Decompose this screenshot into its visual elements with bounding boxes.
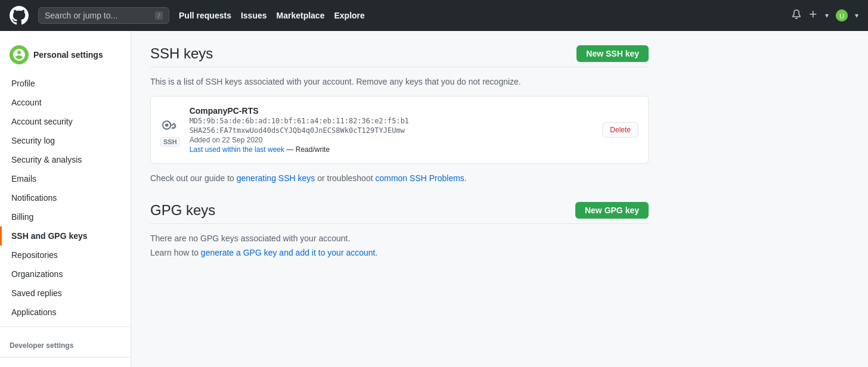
sidebar-item-repositories[interactable]: Repositories [0, 245, 131, 265]
svg-text:U: U [839, 13, 844, 20]
key-icon [160, 113, 179, 136]
gpg-keys-title: GPG keys [150, 202, 215, 219]
sidebar-avatar [10, 45, 29, 64]
sidebar-item-ssh-gpg-keys[interactable]: SSH and GPG keys [0, 226, 131, 245]
ssh-help-suffix: . [464, 173, 467, 183]
new-gpg-key-button[interactable]: New GPG key [575, 202, 649, 219]
sidebar-item-account-security[interactable]: Account security [0, 112, 131, 131]
sidebar-item-security-analysis[interactable]: Security & analysis [0, 150, 131, 169]
gpg-learn-prefix: Learn how to [150, 248, 201, 257]
topnav-right: ▾ U ▾ [792, 10, 858, 22]
ssh-help-middle: or troubleshoot [315, 173, 375, 183]
ssh-keys-title: SSH keys [150, 45, 213, 62]
key-last-used-suffix: — Read/write [284, 145, 330, 154]
slash-shortcut: / [155, 11, 163, 20]
sidebar-item-billing[interactable]: Billing [0, 207, 131, 226]
gpg-learn-link[interactable]: generate a GPG key and add it to your ac… [201, 248, 376, 257]
ssh-key-card: SSH CompanyPC-RTS MD5:9b:5a:de:6b:ad:10:… [150, 96, 649, 164]
developer-settings-header: Developer settings [0, 332, 131, 352]
key-last-used: Last used within the last week — Read/wr… [190, 145, 593, 154]
sidebar-header: Personal settings [0, 41, 131, 74]
avatar[interactable]: U [836, 10, 848, 21]
sidebar-item-security-log[interactable]: Security log [0, 131, 131, 150]
sidebar-item-applications[interactable]: Applications [0, 303, 131, 322]
delete-key-button[interactable]: Delete [602, 122, 638, 138]
topnav-links: Pull requests Issues Marketplace Explore [179, 11, 365, 20]
search-input[interactable]: Search or jump to... / [38, 7, 169, 24]
ssh-keys-section-header: SSH keys New SSH key [150, 45, 649, 67]
sidebar: Personal settings Profile Account Accoun… [0, 31, 131, 367]
key-md5: MD5:9b:5a:de:6b:ad:10:bf:61:a4:eb:11:82:… [190, 117, 593, 125]
ssh-help-text: Check out our guide to generating SSH ke… [150, 173, 649, 183]
marketplace-link[interactable]: Marketplace [277, 11, 325, 20]
generating-ssh-keys-link[interactable]: generating SSH keys [237, 173, 315, 183]
sidebar-item-notifications[interactable]: Notifications [0, 188, 131, 207]
gpg-learn-suffix: . [375, 248, 377, 257]
chevron-down-icon[interactable]: ▾ [825, 11, 829, 20]
issues-link[interactable]: Issues [241, 11, 267, 20]
user-menu-chevron[interactable]: ▾ [855, 11, 858, 20]
gpg-keys-section: GPG keys New GPG key There are no GPG ke… [150, 202, 649, 257]
sidebar-item-emails[interactable]: Emails [0, 169, 131, 188]
key-added-date: Added on 22 Sep 2020 [190, 136, 593, 144]
sidebar-header-label: Personal settings [33, 50, 103, 60]
gpg-keys-section-header: GPG keys New GPG key [150, 202, 649, 224]
ssh-help-prefix: Check out our guide to [150, 173, 237, 183]
gpg-no-keys-text: There are no GPG keys associated with yo… [150, 234, 649, 243]
key-name: CompanyPC-RTS [190, 106, 593, 116]
svg-point-3 [165, 123, 168, 126]
sidebar-item-account[interactable]: Account [0, 93, 131, 112]
key-last-used-link[interactable]: Last used within the last week [190, 145, 284, 154]
explore-link[interactable]: Explore [334, 11, 364, 20]
ssh-description: This is a list of SSH keys associated wi… [150, 77, 649, 86]
plus-icon[interactable] [808, 10, 818, 22]
sidebar-item-profile[interactable]: Profile [0, 74, 131, 93]
sidebar-divider-1 [0, 326, 131, 327]
sidebar-divider-2 [0, 357, 131, 357]
main-content: SSH keys New SSH key This is a list of S… [131, 31, 668, 367]
sidebar-item-saved-replies[interactable]: Saved replies [0, 284, 131, 303]
sidebar-item-organizations[interactable]: Organizations [0, 265, 131, 284]
moderation-settings-header: Moderation settings [0, 362, 131, 367]
pull-requests-link[interactable]: Pull requests [179, 11, 231, 20]
new-ssh-key-button[interactable]: New SSH key [576, 45, 649, 62]
topnav: Search or jump to... / Pull requests Iss… [0, 0, 868, 31]
key-details: CompanyPC-RTS MD5:9b:5a:de:6b:ad:10:bf:6… [190, 106, 593, 154]
key-icon-container: SSH [160, 113, 180, 147]
common-ssh-problems-link[interactable]: common SSH Problems [375, 173, 464, 183]
key-type-label: SSH [160, 137, 180, 147]
page-layout: Personal settings Profile Account Accoun… [0, 31, 868, 367]
search-placeholder-text: Search or jump to... [45, 11, 117, 20]
github-logo[interactable] [10, 6, 29, 25]
gpg-help-text: Learn how to generate a GPG key and add … [150, 248, 649, 257]
notifications-icon[interactable] [792, 10, 801, 22]
key-sha256: SHA256:FA7tmxwUod40dsCYJQb4q0JnECS8Wk0cT… [190, 126, 593, 135]
